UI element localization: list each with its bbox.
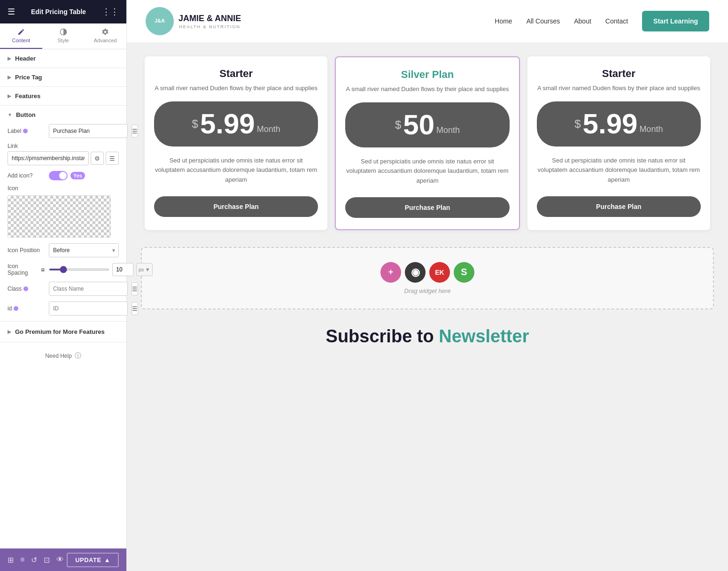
class-field-label: Class (8, 286, 45, 292)
logo-wrap: J&A JAMIE & ANNIE HEALTH & NUTRITION (146, 7, 241, 35)
icon-preview (8, 195, 111, 238)
pricing-section: Starter A small river named Duden flows … (127, 42, 728, 239)
id-field-label: id (8, 305, 45, 312)
link-options-btn[interactable]: ☰ (106, 152, 119, 165)
pricing-card-1: Silver Plan A small river named Duden fl… (335, 56, 519, 230)
id-input[interactable] (49, 301, 128, 316)
history-icon[interactable]: ↺ (31, 556, 37, 564)
class-options-btn[interactable]: ☰ (132, 282, 138, 295)
price-amount-2: 5.99 (583, 110, 638, 138)
price-dollar-0: $ (192, 117, 198, 131)
add-icon-toggle-wrap: Yes (49, 171, 85, 180)
need-help-text: Need Help (45, 353, 72, 359)
help-circle-icon: ⓘ (75, 352, 81, 360)
add-icon-toggle-value: Yes (70, 172, 85, 179)
subscribe-highlight: Newsletter (439, 326, 529, 346)
icon-section-label: Icon (8, 185, 119, 192)
link-input[interactable] (8, 151, 89, 165)
panel-title: Edit Pricing Table (31, 8, 86, 15)
purchase-btn-0[interactable]: Purchase Plan (154, 196, 318, 217)
icon-spacing-slider[interactable] (49, 269, 109, 270)
layers-icon[interactable]: ⊞ (8, 556, 14, 564)
pricing-cards: Starter A small river named Duden flows … (141, 56, 714, 230)
widget-icons: + ◉ EK S (380, 262, 474, 283)
px-label[interactable]: px ▼ (136, 263, 153, 276)
logo-circle-text: J&A (155, 18, 165, 24)
update-label: UPDATE (75, 556, 101, 563)
hamburger-icon[interactable]: ☰ (8, 7, 15, 17)
section-price-tag: ▶ Price Tag (0, 68, 126, 87)
nav-contact[interactable]: Contact (605, 17, 628, 25)
price-box-2: $ 5.99 Month (537, 101, 701, 147)
tab-advanced-label: Advanced (94, 38, 117, 43)
stack-icon[interactable]: ≡ (20, 556, 24, 564)
price-period-0: Month (257, 124, 280, 138)
card-title-2: Starter (602, 68, 635, 80)
pricing-card-0: Starter A small river named Duden flows … (145, 56, 327, 230)
section-button: ▼ Button Label ☰ Link ⚙ ☰ Add icon? (0, 106, 126, 322)
section-header-toggle[interactable]: ▶ Header (8, 55, 119, 62)
update-button[interactable]: UPDATE ▲ (67, 553, 119, 567)
add-icon-toggle[interactable] (49, 171, 68, 180)
icon-position-label: Icon Position (8, 247, 45, 254)
need-help[interactable]: Need Help ⓘ (0, 342, 126, 370)
icon-position-select[interactable]: Before After (49, 243, 119, 257)
price-box-0: $ 5.99 Month (154, 101, 318, 147)
logo-name: JAMIE & ANNIE (178, 13, 241, 24)
nav-home[interactable]: Home (495, 17, 512, 25)
section-features-toggle[interactable]: ▶ Features (8, 93, 119, 100)
grid-icon[interactable]: ⋮⋮ (102, 7, 119, 17)
widget-icon-add[interactable]: + (380, 262, 401, 283)
price-dollar-2: $ (574, 117, 581, 131)
link-settings-btn[interactable]: ⚙ (91, 152, 104, 165)
purchase-btn-1[interactable]: Purchase Plan (345, 197, 509, 218)
section-button-toggle[interactable]: ▼ Button (8, 111, 119, 118)
widget-icon-ek[interactable]: EK (429, 262, 450, 283)
nav-cta-button[interactable]: Start Learning (642, 11, 709, 31)
tab-style[interactable]: Style (42, 23, 85, 49)
tab-advanced[interactable]: Advanced (84, 23, 126, 49)
price-amount-1: 50 (403, 111, 434, 139)
icon-spacing-number[interactable] (112, 263, 133, 276)
nav-about[interactable]: About (574, 17, 591, 25)
premium-chevron-icon: ▶ (8, 329, 11, 334)
widget-area[interactable]: + ◉ EK S Drag widget here (141, 247, 714, 309)
card-title-1: Silver Plan (401, 69, 454, 81)
subscribe-section: Subscribe to Newsletter (127, 317, 728, 356)
purchase-btn-2[interactable]: Purchase Plan (537, 196, 701, 217)
label-field-label: Label (8, 128, 45, 134)
section-features: ▶ Features (0, 87, 126, 106)
chevron-down-icon-button: ▼ (8, 112, 12, 117)
card-body-0: Sed ut perspiciatis unde omnis iste natu… (154, 156, 318, 185)
label-input[interactable] (49, 124, 128, 138)
tab-content[interactable]: Content (0, 23, 42, 49)
link-input-wrap: ⚙ ☰ (8, 151, 119, 165)
widget-icon-s[interactable]: S (454, 262, 474, 283)
left-panel: ☰ Edit Pricing Table ⋮⋮ Content Style Ad… (0, 0, 127, 571)
tab-content-label: Content (12, 38, 31, 43)
id-options-btn[interactable]: ☰ (132, 302, 138, 315)
card-desc-1: A small river named Duden flows by their… (346, 85, 509, 94)
class-input[interactable] (49, 282, 128, 296)
section-header-label: Header (15, 55, 36, 62)
section-price-tag-label: Price Tag (15, 74, 42, 81)
price-dollar-1: $ (395, 118, 401, 131)
nav-links: Home All Courses About Contact Start Lea… (495, 11, 709, 31)
label-options-btn[interactable]: ☰ (132, 124, 138, 138)
responsive-icon-toolbar[interactable]: ⊡ (44, 556, 50, 564)
widget-icon-dark[interactable]: ◉ (405, 262, 426, 283)
widget-drag-text: Drag widget here (404, 287, 451, 294)
tab-style-label: Style (57, 38, 69, 43)
nav-all-courses[interactable]: All Courses (527, 17, 560, 25)
chevron-right-icon-features: ▶ (8, 93, 11, 99)
card-body-2: Sed ut perspiciatis unde omnis iste natu… (537, 156, 701, 185)
premium-link[interactable]: ▶ Go Premium for More Features (8, 328, 119, 335)
add-icon-row: Add icon? Yes (8, 171, 119, 180)
card-desc-2: A small river named Duden flows by their… (537, 84, 700, 93)
section-price-tag-toggle[interactable]: ▶ Price Tag (8, 74, 119, 81)
eye-icon[interactable]: 👁 (56, 556, 64, 564)
card-desc-0: A small river named Duden flows by their… (155, 84, 318, 93)
label-row: Label ☰ (8, 124, 119, 138)
logo-circle: J&A (146, 7, 174, 35)
card-body-1: Sed ut perspiciatis unde omnis iste natu… (345, 157, 509, 186)
